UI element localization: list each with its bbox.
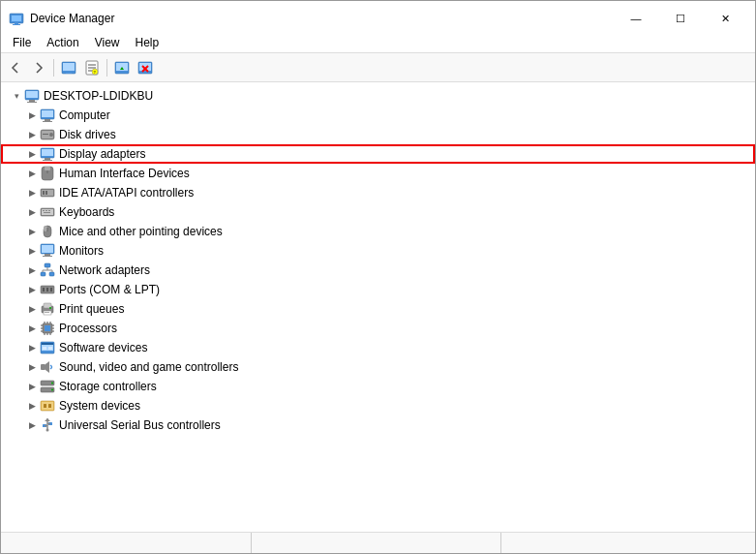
close-button[interactable]: ✕: [703, 7, 747, 30]
tree-item-network[interactable]: ▶ Network adapters: [1, 261, 755, 280]
maximize-button[interactable]: ☐: [658, 7, 703, 30]
svg-rect-55: [45, 263, 50, 267]
tree-item-ide[interactable]: ▶ IDE ATA/ATAPI controllers: [1, 183, 755, 202]
status-section-3: [505, 533, 751, 553]
tree-item-ports[interactable]: ▶ Ports (COM & LPT): [1, 280, 755, 299]
tree-item-usb[interactable]: ▶ Universal Serial Bus controllers: [1, 416, 755, 435]
sound-expand-icon[interactable]: ▶: [24, 359, 40, 375]
computer-expand-icon[interactable]: ▶: [24, 108, 40, 123]
ports-expand-icon[interactable]: ▶: [24, 282, 40, 297]
network-icon: [40, 262, 55, 278]
tree-item-sound[interactable]: ▶ Sound, video and game controllers: [1, 357, 755, 377]
svg-rect-57: [49, 272, 54, 276]
menu-help[interactable]: Help: [128, 34, 167, 51]
svg-rect-52: [42, 245, 53, 253]
svg-rect-56: [41, 272, 45, 276]
svg-rect-25: [45, 119, 50, 121]
storage-expand-icon[interactable]: ▶: [24, 379, 40, 394]
tree-item-display-adapters[interactable]: ▶ Display adapters: [1, 144, 755, 164]
window-title: Device Manager: [30, 12, 114, 25]
hid-label: Human Interface Devices: [59, 167, 190, 180]
mice-label: Mice and other pointing devices: [59, 225, 223, 238]
forward-button[interactable]: [28, 57, 49, 78]
usb-label: Universal Serial Bus controllers: [59, 418, 221, 432]
svg-rect-65: [50, 288, 52, 292]
root-expand-icon[interactable]: ▾: [9, 88, 24, 104]
svg-rect-87: [42, 343, 53, 345]
usb-expand-icon[interactable]: ▶: [24, 417, 40, 433]
svg-rect-49: [44, 226, 47, 231]
storage-icon: [40, 379, 55, 394]
processors-label: Processors: [59, 322, 117, 335]
uninstall-button[interactable]: [135, 57, 156, 78]
back-button[interactable]: [5, 57, 26, 78]
svg-rect-72: [45, 325, 50, 331]
keyboards-expand-icon[interactable]: ▶: [24, 204, 40, 220]
display-adapters-icon: [40, 146, 55, 162]
tree-item-mice[interactable]: ▶ Mice and other pointing devices: [1, 222, 755, 241]
hid-expand-icon[interactable]: ▶: [24, 166, 40, 181]
tree-item-processors[interactable]: ▶: [1, 319, 755, 338]
network-expand-icon[interactable]: ▶: [24, 262, 40, 278]
status-bar: [1, 532, 755, 553]
menu-file[interactable]: File: [5, 34, 39, 51]
system-label: System devices: [59, 399, 140, 413]
menu-action[interactable]: Action: [39, 34, 86, 51]
svg-rect-21: [29, 100, 35, 102]
show-button[interactable]: [58, 57, 79, 78]
svg-rect-33: [45, 158, 50, 160]
toolbar-separator-2: [106, 59, 107, 77]
tree-view[interactable]: ▾ DESKTOP-LDIDKBU ▶: [1, 82, 755, 532]
svg-rect-36: [45, 167, 50, 170]
monitors-expand-icon[interactable]: ▶: [24, 243, 40, 259]
storage-label: Storage controllers: [59, 380, 157, 393]
print-expand-icon[interactable]: ▶: [24, 301, 40, 317]
svg-rect-30: [43, 134, 48, 135]
properties-button[interactable]: ?: [81, 57, 103, 78]
tree-item-monitors[interactable]: ▶ Monitors: [1, 241, 755, 261]
svg-rect-34: [43, 160, 52, 161]
svg-rect-45: [45, 210, 47, 211]
tree-item-print[interactable]: ▶ Print queues: [1, 299, 755, 319]
app-icon: [9, 11, 24, 26]
processors-icon: [40, 321, 55, 336]
network-label: Network adapters: [59, 263, 150, 277]
svg-rect-6: [66, 73, 72, 74]
svg-rect-96: [42, 402, 53, 410]
usb-icon: [40, 417, 55, 433]
system-expand-icon[interactable]: ▶: [24, 398, 40, 414]
svg-rect-2: [15, 22, 18, 24]
tree-item-system[interactable]: ▶ System devices: [1, 396, 755, 416]
toolbar-separator-1: [53, 59, 54, 77]
minimize-button[interactable]: —: [614, 7, 658, 30]
root-computer-icon: [24, 88, 40, 104]
svg-rect-22: [27, 102, 37, 103]
tree-item-hid[interactable]: ▶ Human Interface Devices: [1, 164, 755, 183]
mice-expand-icon[interactable]: ▶: [24, 224, 40, 239]
tree-item-software[interactable]: ▶ Software devices: [1, 338, 755, 357]
software-expand-icon[interactable]: ▶: [24, 340, 40, 355]
update-driver-button[interactable]: [111, 57, 133, 78]
monitors-label: Monitors: [59, 244, 104, 258]
menu-view[interactable]: View: [87, 34, 128, 51]
svg-rect-20: [26, 91, 38, 98]
ide-expand-icon[interactable]: ▶: [24, 185, 40, 200]
ports-icon: [40, 282, 55, 297]
tree-item-keyboards[interactable]: ▶ Keyboards: [1, 202, 755, 222]
processors-expand-icon[interactable]: ▶: [24, 321, 40, 336]
disk-expand-icon[interactable]: ▶: [24, 127, 40, 142]
svg-rect-44: [43, 210, 45, 211]
root-label: DESKTOP-LDIDKBU: [44, 89, 153, 103]
display-expand-icon[interactable]: ▶: [24, 146, 40, 162]
svg-rect-5: [63, 63, 75, 71]
tree-item-computer[interactable]: ▶ Computer: [1, 106, 755, 125]
svg-rect-53: [45, 254, 50, 256]
tree-root[interactable]: ▾ DESKTOP-LDIDKBU: [1, 86, 755, 106]
keyboards-label: Keyboards: [59, 205, 114, 219]
svg-rect-41: [45, 191, 47, 195]
tree-item-storage[interactable]: ▶ Storage controllers: [1, 377, 755, 396]
computer-label: Computer: [59, 108, 110, 122]
title-bar: Device Manager — ☐ ✕: [1, 1, 755, 32]
tree-item-disk-drives[interactable]: ▶ Disk drives: [1, 125, 755, 144]
hid-icon: [40, 166, 55, 181]
